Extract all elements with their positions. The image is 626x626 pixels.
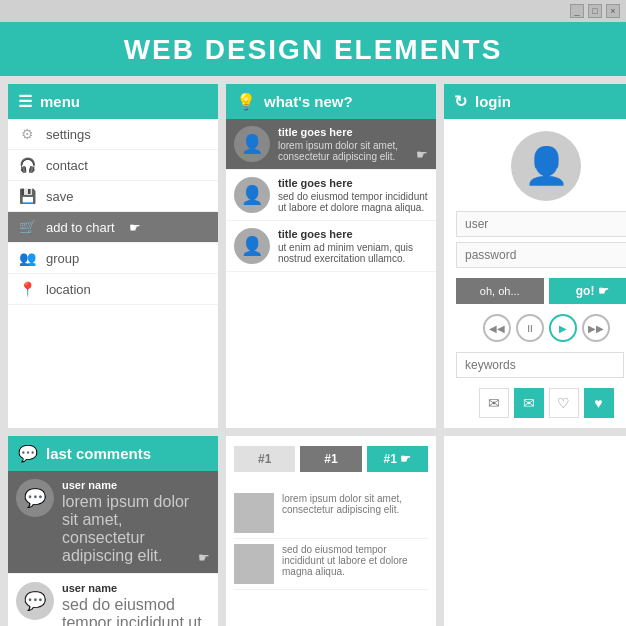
cursor-icon-news: ☛ bbox=[416, 147, 428, 162]
comment-avatar-2: 💬 bbox=[16, 582, 54, 620]
heart-filled-icon[interactable]: ♥ bbox=[584, 388, 614, 418]
menu-icon: ☰ bbox=[18, 92, 32, 111]
comment-body-2: user name sed do eiusmod tempor incididu… bbox=[62, 582, 210, 626]
cursor-icon: ☛ bbox=[129, 220, 141, 235]
num-btn-3-label: #1 bbox=[383, 452, 396, 466]
group-label: group bbox=[46, 251, 79, 266]
menu-item-add-to-chart[interactable]: 🛒 add to chart ☛ bbox=[8, 212, 218, 243]
news-text-3: title goes here ut enim ad minim veniam,… bbox=[278, 228, 428, 264]
password-field[interactable] bbox=[456, 242, 626, 268]
maximize-button[interactable]: □ bbox=[588, 4, 602, 18]
news-title-2: title goes here bbox=[278, 177, 428, 189]
login-header: ↻ login bbox=[444, 84, 626, 119]
num-content-item-2: sed do eiusmod tempor incididunt ut labo… bbox=[234, 539, 428, 590]
go-button[interactable]: go! ☛ bbox=[549, 278, 627, 304]
media-prev-button[interactable]: ◀◀ bbox=[483, 314, 511, 342]
numbers-header: #1 #1 #1 ☛ bbox=[226, 436, 436, 482]
comment-name-2: user name bbox=[62, 582, 210, 594]
numbers-section: #1 #1 #1 ☛ lorem ipsum dolor sit amet, c… bbox=[226, 436, 436, 626]
minimize-button[interactable]: _ bbox=[570, 4, 584, 18]
menu-item-location[interactable]: 📍 location bbox=[8, 274, 218, 305]
search-row: 🔍 bbox=[444, 352, 626, 388]
menu-item-contact[interactable]: 🎧 contact bbox=[8, 150, 218, 181]
num-btn-3[interactable]: #1 ☛ bbox=[367, 446, 428, 472]
comment-avatar-1: 💬 bbox=[16, 479, 54, 517]
menu-item-save[interactable]: 💾 save bbox=[8, 181, 218, 212]
cursor-num-icon: ☛ bbox=[400, 452, 411, 466]
whats-new-header: 💡 what's new? bbox=[226, 84, 436, 119]
close-button[interactable]: × bbox=[606, 4, 620, 18]
comment-text-1: lorem ipsum dolor sit amet, consectetur … bbox=[62, 493, 190, 565]
num-text-1: lorem ipsum dolor sit amet, consectetur … bbox=[282, 493, 428, 533]
menu-section: ☰ menu ⚙ settings 🎧 contact 💾 save 🛒 add… bbox=[8, 84, 218, 428]
login-buttons: oh, oh... go! ☛ bbox=[444, 278, 626, 304]
news-text-1: title goes here lorem ipsum dolor sit am… bbox=[278, 126, 408, 162]
window-bar: _ □ × bbox=[0, 0, 626, 22]
media-pause-button[interactable]: ⏸ bbox=[516, 314, 544, 342]
bulb-icon: 💡 bbox=[236, 92, 256, 111]
news-item-2[interactable]: 👤 title goes here sed do eiusmod tempor … bbox=[226, 170, 436, 221]
login-label: login bbox=[475, 93, 511, 110]
news-title-1: title goes here bbox=[278, 126, 408, 138]
contact-icon: 🎧 bbox=[18, 157, 36, 173]
num-content-item-1: lorem ipsum dolor sit amet, consectetur … bbox=[234, 488, 428, 539]
news-title-3: title goes here bbox=[278, 228, 428, 240]
whats-new-section: 💡 what's new? 👤 title goes here lorem ip… bbox=[226, 84, 436, 428]
mail-open-icon[interactable]: ✉ bbox=[479, 388, 509, 418]
save-label: save bbox=[46, 189, 73, 204]
menu-item-group[interactable]: 👥 group bbox=[8, 243, 218, 274]
media-play-button[interactable]: ▶ bbox=[549, 314, 577, 342]
settings-icon: ⚙ bbox=[18, 126, 36, 142]
refresh-icon: ↻ bbox=[454, 92, 467, 111]
heart-outline-icon[interactable]: ♡ bbox=[549, 388, 579, 418]
settings-label: settings bbox=[46, 127, 91, 142]
news-body-3: ut enim ad minim veniam, quis nostrud ex… bbox=[278, 242, 428, 264]
login-section: ↻ login 👤 oh, oh... go! ☛ ◀◀ ⏸ ▶ ▶▶ 🔍 ✉ bbox=[444, 84, 626, 428]
news-body-1: lorem ipsum dolor sit amet, consectetur … bbox=[278, 140, 408, 162]
news-item-3[interactable]: 👤 title goes here ut enim ad minim venia… bbox=[226, 221, 436, 272]
news-body-2: sed do eiusmod tempor incididunt ut labo… bbox=[278, 191, 428, 213]
page-title: WEB DESIGN ELEMENTS bbox=[0, 34, 626, 66]
comment-text-2: sed do eiusmod tempor incididunt ut labo… bbox=[62, 596, 210, 626]
chat-icon: 💬 bbox=[18, 444, 38, 463]
cursor-comment-icon: ☛ bbox=[198, 550, 210, 565]
comment-item-2[interactable]: 💬 user name sed do eiusmod tempor incidi… bbox=[8, 574, 218, 626]
location-label: location bbox=[46, 282, 91, 297]
media-controls: ◀◀ ⏸ ▶ ▶▶ bbox=[444, 304, 626, 352]
login-inputs bbox=[444, 211, 626, 273]
location-icon: 📍 bbox=[18, 281, 36, 297]
news-item-1[interactable]: 👤 title goes here lorem ipsum dolor sit … bbox=[226, 119, 436, 170]
oh-button[interactable]: oh, oh... bbox=[456, 278, 544, 304]
whats-new-label: what's new? bbox=[264, 93, 353, 110]
mail-icon[interactable]: ✉ bbox=[514, 388, 544, 418]
avatar: 👤 bbox=[511, 131, 581, 201]
search-input[interactable] bbox=[456, 352, 624, 378]
save-icon: 💾 bbox=[18, 188, 36, 204]
group-icon: 👥 bbox=[18, 250, 36, 266]
number-content: lorem ipsum dolor sit amet, consectetur … bbox=[226, 482, 436, 596]
news-text-2: title goes here sed do eiusmod tempor in… bbox=[278, 177, 428, 213]
num-btn-1[interactable]: #1 bbox=[234, 446, 295, 472]
comment-item-1[interactable]: 💬 user name lorem ipsum dolor sit amet, … bbox=[8, 471, 218, 574]
cart-icon: 🛒 bbox=[18, 219, 36, 235]
menu-label: menu bbox=[40, 93, 80, 110]
media-next-button[interactable]: ▶▶ bbox=[582, 314, 610, 342]
news-avatar-3: 👤 bbox=[234, 228, 270, 264]
comment-name-1: user name bbox=[62, 479, 190, 491]
comments-label: last comments bbox=[46, 445, 151, 462]
comment-body-1: user name lorem ipsum dolor sit amet, co… bbox=[62, 479, 190, 565]
news-avatar-1: 👤 bbox=[234, 126, 270, 162]
num-thumb-2 bbox=[234, 544, 274, 584]
user-field[interactable] bbox=[456, 211, 626, 237]
spacer-cell bbox=[444, 436, 626, 626]
go-label: go! bbox=[576, 284, 595, 298]
icon-row: ✉ ✉ ♡ ♥ bbox=[444, 388, 626, 428]
comments-header: 💬 last comments bbox=[8, 436, 218, 471]
num-btn-2[interactable]: #1 bbox=[300, 446, 361, 472]
menu-item-settings[interactable]: ⚙ settings bbox=[8, 119, 218, 150]
news-avatar-2: 👤 bbox=[234, 177, 270, 213]
menu-header: ☰ menu bbox=[8, 84, 218, 119]
contact-label: contact bbox=[46, 158, 88, 173]
main-grid: ☰ menu ⚙ settings 🎧 contact 💾 save 🛒 add… bbox=[0, 76, 626, 626]
page-header: WEB DESIGN ELEMENTS bbox=[0, 22, 626, 76]
